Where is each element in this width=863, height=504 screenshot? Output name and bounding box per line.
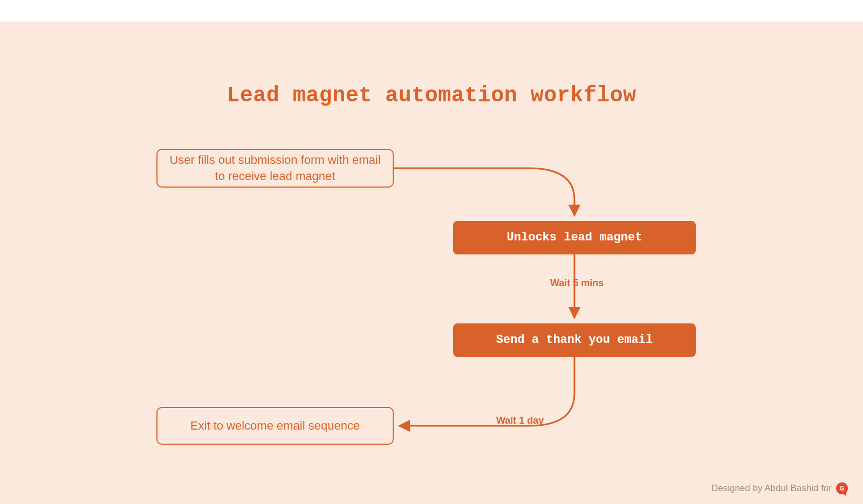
connector-thankyou-to-exit bbox=[399, 357, 574, 426]
footer-text: Designed by Abdul Bashid for bbox=[711, 483, 832, 494]
edge-label-wait-5-mins: Wait 5 mins bbox=[550, 278, 604, 289]
node-start: User fills out submission form with emai… bbox=[156, 149, 394, 188]
edge-label-wait-1-day: Wait 1 day bbox=[496, 415, 544, 426]
node-unlock: Unlocks lead magnet bbox=[453, 221, 696, 254]
diagram-canvas: Lead magnet automation workflow User fil… bbox=[0, 22, 863, 504]
node-exit: Exit to welcome email sequence bbox=[156, 407, 394, 445]
diagram-title: Lead magnet automation workflow bbox=[0, 84, 863, 108]
g2-logo-icon: G bbox=[836, 482, 848, 494]
connector-start-to-unlock bbox=[394, 168, 574, 216]
node-thankyou: Send a thank you email bbox=[453, 323, 696, 357]
footer-credit: Designed by Abdul Bashid for G bbox=[711, 482, 848, 494]
